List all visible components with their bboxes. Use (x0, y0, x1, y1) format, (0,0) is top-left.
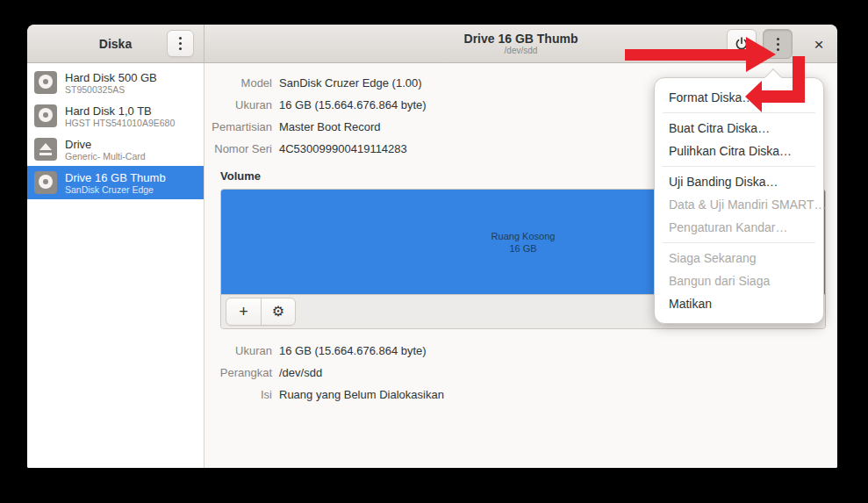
volume-info-grid: Ukuran 16 GB (15.664.676.864 byte) Peran… (204, 340, 837, 406)
disk-icon (34, 104, 57, 127)
segment-size: 16 GB (509, 242, 536, 255)
menu-item-benchmark-disk[interactable]: Uji Banding Diska… (655, 170, 823, 193)
sidebar-header: Diska (27, 25, 204, 62)
vertical-dots-icon (179, 37, 182, 50)
menu-item-standby-now: Siaga Sekarang (655, 247, 823, 269)
disk-icon (34, 171, 57, 194)
disk-list-sidebar: Hard Disk 500 GB ST9500325AS Hard Disk 1… (27, 63, 204, 468)
field-label: Pemartisian (204, 116, 272, 138)
menu-item-restore-disk-image[interactable]: Pulihkan Citra Diska… (655, 140, 823, 162)
field-label: Ukuran (204, 340, 272, 362)
disk-name: Drive (65, 138, 146, 151)
disk-name: Drive 16 GB Thumb (65, 171, 166, 184)
header-menu-button[interactable] (763, 29, 793, 59)
menu-item-create-disk-image[interactable]: Buat Citra Diska… (655, 117, 823, 140)
disk-name: Hard Disk 1,0 TB (65, 104, 175, 118)
app-title: Diska (99, 37, 132, 51)
menu-item-wakeup-from-standby: Bangun dari Siaga (655, 269, 823, 292)
gear-icon: ⚙ (272, 305, 284, 319)
power-icon (735, 37, 749, 51)
sidebar-menu-button[interactable] (167, 30, 194, 57)
plus-icon: + (239, 304, 248, 320)
close-icon: × (814, 36, 823, 53)
menu-item-format-disk[interactable]: Format Diska… (655, 86, 823, 109)
sidebar-item-card-drive[interactable]: Drive Generic- Multi-Card (27, 133, 204, 166)
field-label: Model (204, 72, 272, 94)
sidebar-item-hard-disk-500gb[interactable]: Hard Disk 500 GB ST9500325AS (27, 66, 204, 99)
field-label: Isi (204, 384, 272, 406)
sidebar-item-hard-disk-1tb[interactable]: Hard Disk 1,0 TB HGST HTS541010A9E680 (27, 99, 204, 133)
disk-model: HGST HTS541010A9E680 (65, 118, 175, 128)
menu-item-drive-settings: Pengaturan Kandar… (655, 216, 823, 239)
eject-icon (34, 138, 57, 161)
drive-options-menu: Format Diska… Buat Citra Diska… Pulihkan… (654, 77, 824, 324)
field-value: Ruang yang Belum Dialokasikan (279, 384, 837, 406)
field-value: /dev/sdd (279, 362, 837, 384)
field-label: Ukuran (204, 94, 272, 116)
field-value: 16 GB (15.664.676.864 byte) (279, 340, 837, 362)
volume-options-button[interactable]: ⚙ (261, 298, 295, 325)
drive-title: Drive 16 GB Thumb (464, 32, 578, 46)
menu-separator (663, 166, 815, 167)
field-label: Nomor Seri (204, 138, 272, 160)
disk-model: Generic- Multi-Card (65, 151, 146, 162)
segment-label: Ruang Kosong (491, 230, 556, 242)
menu-separator (663, 112, 815, 113)
disk-name: Hard Disk 500 GB (65, 71, 157, 84)
window-close-button[interactable]: × (807, 32, 830, 55)
disk-icon (34, 71, 57, 94)
create-partition-button[interactable]: + (226, 298, 261, 325)
power-off-button[interactable] (727, 29, 757, 59)
main-header: Drive 16 GB Thumb /dev/sdd × (204, 25, 837, 62)
disk-model: SanDisk Cruzer Edge (65, 184, 166, 195)
menu-item-smart-data: Data & Uji Mandiri SMART… (655, 193, 823, 216)
vertical-dots-icon (777, 38, 779, 51)
sidebar-item-thumb-drive[interactable]: Drive 16 GB Thumb SanDisk Cruzer Edge (27, 166, 204, 199)
field-label: Perangkat (204, 362, 272, 384)
drive-subtitle: /dev/sdd (505, 46, 538, 56)
menu-separator (663, 242, 815, 243)
menu-item-power-off[interactable]: Matikan (655, 292, 823, 315)
disk-model: ST9500325AS (65, 84, 157, 95)
headerbar: Diska Drive 16 GB Thumb /dev/sdd (27, 25, 837, 63)
